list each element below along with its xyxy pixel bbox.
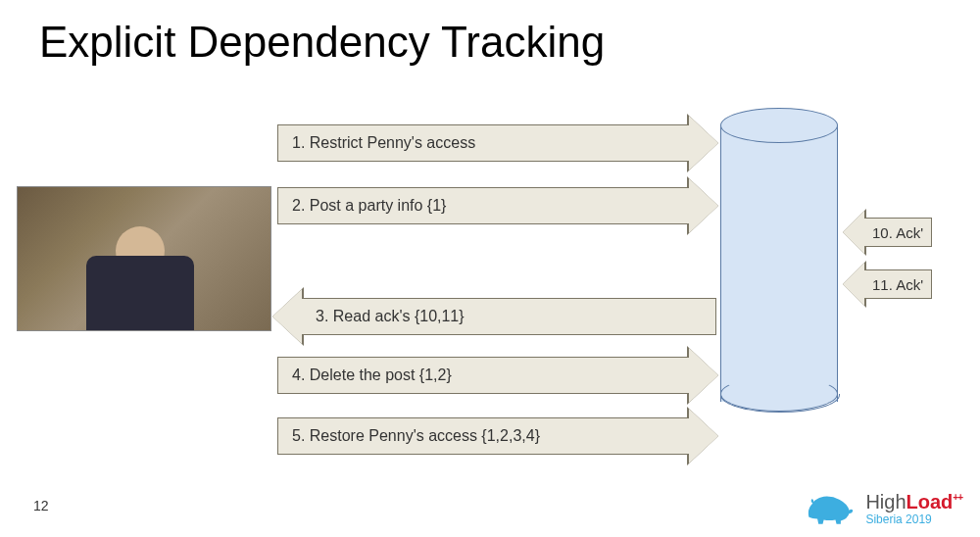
arrow-4: 4. Delete the post {1,2}	[277, 348, 718, 403]
bear-icon	[803, 488, 856, 525]
arrow-10: 10. Ack'	[843, 211, 932, 254]
brand-high: High	[865, 491, 906, 513]
arrow-1: 1. Restrict Penny's access	[277, 116, 718, 171]
person-photo	[17, 186, 271, 331]
arrow-4-label: 4. Delete the post {1,2}	[292, 366, 452, 384]
database-cylinder	[720, 108, 838, 412]
page-number: 12	[33, 498, 49, 513]
arrow-2-label: 2. Post a party info {1}	[292, 197, 446, 215]
brand-sub: Siberia 2019	[865, 513, 962, 525]
arrow-3: 3. Read ack's {10,11}	[272, 289, 716, 344]
arrow-11: 11. Ack'	[843, 263, 932, 306]
arrow-1-label: 1. Restrict Penny's access	[292, 134, 475, 152]
brand-load: Load	[906, 491, 954, 513]
arrow-11-label: 11. Ack'	[872, 276, 923, 293]
arrow-5-label: 5. Restore Penny's access {1,2,3,4}	[292, 427, 540, 445]
arrow-3-label: 3. Read ack's {10,11}	[316, 308, 465, 325]
arrow-10-label: 10. Ack'	[872, 224, 923, 241]
footer-brand: HighLoad++ Siberia 2019	[803, 488, 962, 525]
arrow-2: 2. Post a party info {1}	[277, 178, 718, 233]
arrow-5: 5. Restore Penny's access {1,2,3,4}	[277, 409, 718, 464]
brand-plus: ++	[953, 492, 962, 503]
slide-title: Explicit Dependency Tracking	[39, 18, 605, 67]
